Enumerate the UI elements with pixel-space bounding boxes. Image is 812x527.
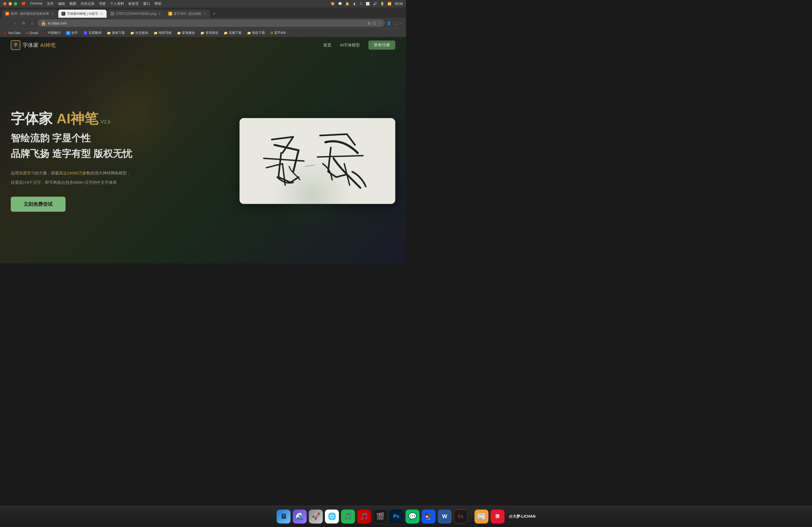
home-button[interactable]: ⌂ xyxy=(29,20,35,26)
tab-close-image[interactable]: ✕ xyxy=(158,12,161,16)
menu-view[interactable]: 视图 xyxy=(69,1,76,6)
menu-chrome[interactable]: Chrome xyxy=(30,1,42,6)
extension-icon[interactable]: ◫ xyxy=(373,21,376,25)
translate-icon[interactable]: ⊞ xyxy=(367,21,371,25)
more-icon[interactable]: ⋯ xyxy=(399,21,403,25)
site-logo: 字 字体家 AI神笔 xyxy=(11,40,56,50)
bookmark-gmail[interactable]: M Gmail xyxy=(24,30,40,36)
menu-profile[interactable]: 个人资料 xyxy=(110,1,124,6)
menu-bookmarks[interactable]: 书签 xyxy=(99,1,106,6)
bookmark-movie-label: 影视播放 xyxy=(182,31,195,35)
battery-icon: 🔋 xyxy=(380,2,384,6)
hero-subtitle1: 智绘流韵 字显个性 xyxy=(11,132,223,145)
tab-title-weibo: 微博 - 随时随地发现新鲜事 xyxy=(11,12,49,16)
bookmark-sucai[interactable]: 📁 素材下载 xyxy=(105,30,127,36)
new-tab-button[interactable]: + xyxy=(211,10,218,18)
fullscreen-button[interactable] xyxy=(14,2,17,5)
folder-icon-ecom: 📁 xyxy=(154,31,158,35)
address-bar[interactable]: 🔒 ai.zitijia.com ⊞ ◫ ☆ xyxy=(38,19,385,27)
refresh-button[interactable]: ↻ xyxy=(20,20,27,26)
hero-right xyxy=(240,118,395,204)
menu-edit[interactable]: 编辑 xyxy=(58,1,65,6)
menu-help[interactable]: 帮助 xyxy=(155,1,161,6)
gmail-icon: M xyxy=(26,31,28,35)
tab-zitijia[interactable]: 字 字体家AI神笔 | AI造字 ✕ xyxy=(58,10,106,18)
tab-title-zitijia: 字体家AI神笔 | AI造字 xyxy=(67,12,98,16)
bookmark-social[interactable]: 📁 社交媒体 xyxy=(128,30,150,36)
register-button[interactable]: 登录/注册 xyxy=(368,41,395,50)
tab-title-zhihu: 某乎404 - 想法抽奖 xyxy=(174,12,201,16)
logo-text: 字体家 AI神笔 xyxy=(23,42,56,49)
menu-history[interactable]: 历史记录 xyxy=(81,1,95,6)
logo-icon: 字 xyxy=(11,40,20,50)
desc1-highlight1: 深度学习 xyxy=(19,171,35,175)
profile-icon[interactable]: 👤 xyxy=(387,21,391,25)
cta-button[interactable]: 立刻免费尝试 xyxy=(11,197,66,212)
close-button[interactable] xyxy=(3,2,6,5)
wifi-icon: 📶 xyxy=(388,2,392,6)
hero-title-ai: AI神笔 xyxy=(56,111,98,126)
mohu-icon: M xyxy=(271,31,273,35)
minimize-button[interactable] xyxy=(9,2,12,5)
baidu-icon: 百 xyxy=(83,31,88,35)
bookmark-movie[interactable]: 📁 影视播放 xyxy=(175,30,197,36)
bookmark-report[interactable]: 📁 报告下载 xyxy=(245,30,267,36)
desc1-prefix: 运用 xyxy=(11,171,19,175)
youtube-icon: ▶ xyxy=(4,31,7,35)
hero-version: V2.6 xyxy=(100,119,110,124)
time-display: 08:58 xyxy=(395,2,403,6)
hero-section: 字体家 AI神笔V2.6 智绘流韵 字显个性 品牌飞扬 造字有型 版权无忧 运用… xyxy=(0,53,406,264)
bookmark-baidu[interactable]: 百 百度翻译 xyxy=(81,30,104,36)
menu-tabs[interactable]: 标签页 xyxy=(128,1,139,6)
folder-icon-report: 📁 xyxy=(247,31,251,35)
bookmark-ecom-label: 电商导购 xyxy=(159,31,172,35)
menu-file[interactable]: 文件 xyxy=(47,1,54,6)
apple-menu[interactable]: 🍎 xyxy=(21,1,26,6)
desc2-highlight: 设计8个汉字 xyxy=(19,180,41,185)
menu-window[interactable]: 窗口 xyxy=(143,1,150,6)
logo-ai-text: AI神笔 xyxy=(40,42,56,48)
bluetooth-icon: ⬡ xyxy=(360,2,362,6)
folder-icon-news: 📁 xyxy=(200,31,204,35)
star-icon[interactable]: ☆ xyxy=(378,21,381,25)
bookmark-gmail-label: Gmail xyxy=(30,31,38,35)
bookmark-news[interactable]: 📁 资讯阅读 xyxy=(198,30,220,36)
bookmark-youtube-label: YouTube xyxy=(8,31,20,35)
desc2-suffix: ，即可构造出包含6000+汉字的中文字体库 xyxy=(41,180,117,185)
bookmark-bank[interactable]: 中 中国银行 xyxy=(41,30,63,36)
nav-ai-model[interactable]: AI字体模型 xyxy=(340,43,360,48)
back-button[interactable]: ‹ xyxy=(3,20,10,26)
bookmark-zhihu[interactable]: 知 知乎 xyxy=(64,30,80,36)
tab-close-zitijia[interactable]: ✕ xyxy=(100,12,103,16)
forward-button[interactable]: › xyxy=(12,20,18,26)
browser-content: 字 字体家 AI神笔 首页 AI字体模型 登录/注册 字体家 AI神笔V2.6 … xyxy=(0,37,406,264)
nav-home[interactable]: 首页 xyxy=(323,43,331,48)
adobe-icon: 🎨 xyxy=(331,2,335,6)
tab-zhihu[interactable]: 某 某乎404 - 想法抽奖 ✕ xyxy=(165,10,210,18)
tab-weibo[interactable]: 微 微博 - 随时随地发现新鲜事 ✕ xyxy=(2,10,58,18)
bookmark-youtube[interactable]: ▶ YouTube xyxy=(2,30,23,36)
bookmark-bank-label: 中国银行 xyxy=(48,31,61,35)
hero-desc1: 运用深度学习的力量，搭载高达15000万参数的强大神经网络模型， xyxy=(11,169,223,177)
folder-icon-music: 📁 xyxy=(224,31,228,35)
extensions-icon[interactable]: ⬚ xyxy=(393,21,397,25)
tab-close-weibo[interactable]: ✕ xyxy=(51,12,55,16)
bookmark-mohu[interactable]: M 某乎404 xyxy=(268,30,288,36)
bookmark-social-label: 社交媒体 xyxy=(135,31,148,35)
url-text: ai.zitijia.com xyxy=(48,21,366,25)
tab-image[interactable]: 1705712256497058301.png ✕ xyxy=(107,10,164,18)
desc2-prefix: 仅需 xyxy=(11,180,19,185)
traffic-lights[interactable] xyxy=(3,2,17,5)
tab-close-zhihu[interactable]: ✕ xyxy=(203,12,207,16)
folder-icon-social: 📁 xyxy=(130,31,134,35)
menu-bar: 🍎 Chrome 文件 编辑 视图 历史记录 书签 个人资料 标签页 窗口 帮助 xyxy=(21,1,161,6)
bookmark-ecom[interactable]: 📁 电商导购 xyxy=(151,30,174,36)
bookmark-music[interactable]: 📁 音频下载 xyxy=(221,30,244,36)
tab-favicon-image xyxy=(110,12,114,16)
hero-left: 字体家 AI神笔V2.6 智绘流韵 字显个性 品牌飞扬 造字有型 版权无忧 运用… xyxy=(11,110,223,211)
tab-title-image: 1705712256497058301.png xyxy=(116,12,156,16)
calligraphy-svg xyxy=(240,118,395,204)
bookmark-sucai-label: 素材下载 xyxy=(112,31,125,35)
hero-desc2: 仅需设计8个汉字，即可构造出包含6000+汉字的中文字体库 xyxy=(11,179,223,186)
bookmarks-bar: ▶ YouTube M Gmail 中 中国银行 知 知乎 百 百度翻译 📁 素… xyxy=(0,28,406,37)
